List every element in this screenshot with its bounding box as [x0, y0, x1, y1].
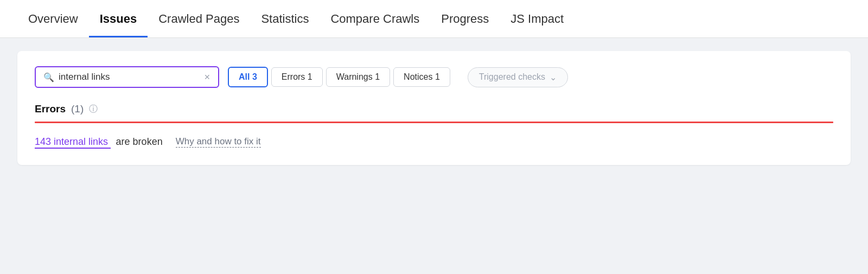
- issue-broken-text: are broken: [116, 136, 163, 147]
- chevron-down-icon: ⌄: [550, 72, 557, 82]
- tab-crawled-pages[interactable]: Crawled Pages: [148, 0, 250, 37]
- issues-panel: 🔍 ✕ All 3 Errors 1 Warnings 1 Notices 1: [17, 51, 851, 165]
- triggered-checks-button[interactable]: Triggered checks ⌄: [468, 67, 568, 87]
- filter-all-button[interactable]: All 3: [228, 67, 268, 87]
- search-box[interactable]: 🔍 ✕: [35, 66, 219, 88]
- issue-suffix: [111, 136, 113, 147]
- errors-title: Errors: [35, 103, 66, 115]
- info-icon[interactable]: ⓘ: [89, 104, 98, 115]
- tab-overview[interactable]: Overview: [17, 0, 89, 37]
- content-area: 🔍 ✕ All 3 Errors 1 Warnings 1 Notices 1: [0, 38, 868, 178]
- filter-tabs: All 3 Errors 1 Warnings 1 Notices 1: [228, 67, 452, 87]
- tab-progress[interactable]: Progress: [430, 0, 500, 37]
- error-divider: [35, 122, 833, 123]
- errors-section-header: Errors (1) ⓘ: [35, 103, 833, 115]
- fix-link[interactable]: Why and how to fix it: [176, 136, 261, 148]
- tab-js-impact[interactable]: JS Impact: [500, 0, 575, 37]
- filter-row: 🔍 ✕ All 3 Errors 1 Warnings 1 Notices 1: [35, 66, 833, 88]
- tab-statistics[interactable]: Statistics: [250, 0, 320, 37]
- filter-notices-button[interactable]: Notices 1: [393, 67, 450, 87]
- clear-icon[interactable]: ✕: [204, 73, 210, 81]
- filter-errors-button[interactable]: Errors 1: [271, 67, 323, 87]
- issue-row: 143 internal links are broken Why and ho…: [35, 134, 833, 150]
- issue-link[interactable]: 143 internal links: [35, 136, 111, 149]
- search-icon: 🔍: [43, 72, 54, 82]
- tab-bar: Overview Issues Crawled Pages Statistics…: [0, 0, 868, 38]
- search-input[interactable]: [59, 72, 200, 82]
- filter-warnings-button[interactable]: Warnings 1: [326, 67, 390, 87]
- tab-compare-crawls[interactable]: Compare Crawls: [320, 0, 430, 37]
- errors-count: (1): [71, 103, 84, 115]
- triggered-checks-label: Triggered checks: [479, 72, 545, 82]
- tab-issues[interactable]: Issues: [89, 0, 148, 37]
